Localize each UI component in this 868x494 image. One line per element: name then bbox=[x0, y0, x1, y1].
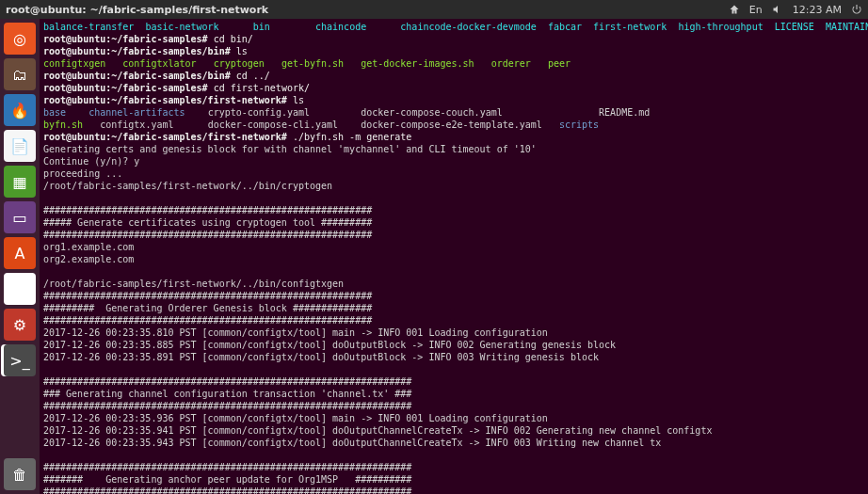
clock[interactable]: 12:23 AM bbox=[793, 4, 842, 16]
top-panel: root@ubuntu: ~/fabric-samples/first-netw… bbox=[0, 0, 868, 19]
launcher-trash[interactable]: 🗑 bbox=[4, 458, 36, 490]
launcher-spreadsheet[interactable]: ▦ bbox=[4, 166, 36, 198]
window-title: root@ubuntu: ~/fabric-samples/first-netw… bbox=[6, 4, 268, 16]
launcher-software-center[interactable]: A bbox=[4, 237, 36, 269]
launcher-terminal[interactable]: >_ bbox=[4, 344, 36, 376]
launcher-document[interactable]: 📄 bbox=[4, 130, 36, 162]
power-icon[interactable] bbox=[851, 4, 862, 15]
launcher-firefox[interactable]: 🔥 bbox=[4, 94, 36, 126]
network-icon[interactable] bbox=[729, 4, 740, 15]
terminal-output[interactable]: balance-transfer basic-network bin chain… bbox=[40, 19, 868, 494]
launcher-files[interactable]: 🗂 bbox=[4, 58, 36, 90]
terminal-window[interactable]: balance-transfer basic-network bin chain… bbox=[40, 19, 868, 494]
volume-icon[interactable] bbox=[772, 4, 783, 15]
launcher-search[interactable]: ◎ bbox=[4, 23, 36, 55]
launcher: ◎🗂🔥📄▦▭Aa⚙>_🗑 bbox=[0, 19, 40, 494]
keyboard-icon[interactable]: En bbox=[749, 4, 763, 16]
launcher-presentation[interactable]: ▭ bbox=[4, 201, 36, 233]
launcher-settings[interactable]: ⚙ bbox=[4, 309, 36, 341]
launcher-amazon[interactable]: a bbox=[4, 273, 36, 305]
